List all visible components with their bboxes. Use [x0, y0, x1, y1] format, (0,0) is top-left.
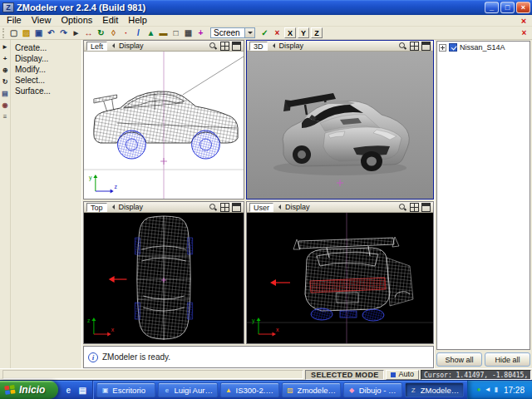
zoom-view-icon[interactable]: ⊕ [0, 65, 10, 75]
taskbar-task-button[interactable]: ▣ Escritorio [96, 382, 155, 397]
taskbar-task-button[interactable]: ▨ Zmodeler-2.2... [282, 382, 341, 397]
viewport-user[interactable]: User Display [246, 201, 434, 344]
command-modify[interactable]: Modify... [11, 64, 81, 75]
viewport-menu-arrow-icon[interactable] [110, 43, 115, 48]
titlebar[interactable]: Z ZModeler ver 2.2.4 (Build 981) _ □ × [0, 0, 532, 15]
apply-icon[interactable]: ✓ [259, 27, 271, 39]
viewport-user-name-button[interactable]: User [249, 203, 273, 212]
zoom-icon[interactable] [209, 203, 218, 212]
viewport-maximize-icon[interactable] [232, 42, 241, 51]
layers-icon[interactable]: ▤ [0, 88, 10, 98]
grid-toggle-icon[interactable] [220, 42, 229, 51]
zmodeler-window: Z ZModeler ver 2.2.4 (Build 981) _ □ × F… [0, 0, 532, 399]
grid-toggle-icon[interactable] [410, 203, 419, 212]
polygons-mode-icon[interactable]: ▬ [157, 27, 170, 39]
taskbar-task-button[interactable]: ◆ Dibujo - Paint [343, 382, 402, 397]
volume-tray-icon[interactable]: ◄ [485, 387, 491, 393]
network-tray-icon[interactable]: ▮ [495, 387, 498, 393]
taskbar-task-button[interactable]: Z ZModeler ver ... [405, 382, 464, 397]
settings-icon[interactable]: ≡ [0, 111, 10, 121]
viewport-menu-arrow-icon[interactable] [110, 204, 115, 209]
menubar-close-icon[interactable]: × [517, 16, 530, 26]
viewport-maximize-icon[interactable] [421, 203, 431, 212]
screen-dropdown[interactable]: Screen [210, 27, 255, 38]
edges-mode-icon[interactable]: / [132, 27, 145, 39]
viewport-left-canvas[interactable]: y z [84, 52, 244, 199]
expand-icon[interactable] [439, 44, 446, 52]
zoom-icon[interactable] [209, 42, 218, 51]
show-desktop-icon[interactable]: ▤ [76, 384, 88, 396]
grid-toggle-icon[interactable]: ▦ [182, 27, 195, 39]
viewport-maximize-icon[interactable] [421, 42, 431, 51]
viewport-3d-name-button[interactable]: 3D [249, 42, 268, 51]
save-file-icon[interactable]: ▣ [32, 27, 45, 39]
grid-toggle-icon[interactable] [410, 42, 419, 51]
tree-item[interactable]: Nissan_S14A [437, 42, 530, 53]
viewport-menu-arrow-icon[interactable] [276, 204, 281, 209]
objects-mode-icon[interactable]: □ [170, 27, 182, 39]
viewport-3d[interactable]: 3D Display [246, 40, 434, 200]
viewport-menu-arrow-icon[interactable] [270, 43, 275, 48]
command-display[interactable]: Display... [11, 53, 81, 64]
select-arrow-icon[interactable]: ► [0, 42, 10, 52]
toolbar-grip[interactable] [2, 28, 5, 38]
viewport-left-name-button[interactable]: Left [86, 42, 107, 51]
visibility-checkbox[interactable] [449, 43, 457, 52]
auto-toggle[interactable]: Auto [386, 370, 419, 380]
move-tool-icon[interactable]: ↔ [82, 27, 95, 39]
messenger-tray-icon[interactable]: ● [477, 387, 481, 393]
internet-explorer-icon[interactable]: e [62, 384, 74, 396]
y-axis-toggle[interactable]: Y [298, 27, 309, 38]
open-file-icon[interactable]: ▨ [20, 27, 32, 39]
viewport-top-name-button[interactable]: Top [86, 203, 107, 212]
axis-up-label: y [252, 318, 255, 324]
chevron-down-icon[interactable] [244, 28, 254, 37]
gizmo-toggle-icon[interactable]: + [195, 27, 207, 39]
materials-icon[interactable]: ◉ [0, 100, 10, 110]
vertices-mode-icon[interactable]: ∙ [120, 27, 132, 39]
scale-tool-icon[interactable]: ◊ [107, 27, 120, 39]
command-create[interactable]: Create... [11, 42, 81, 53]
rotate-view-icon[interactable]: ↻ [0, 76, 10, 86]
start-button[interactable]: Inicio [0, 381, 58, 399]
menu-help[interactable]: Help [123, 15, 152, 26]
minimize-button[interactable]: _ [485, 2, 499, 13]
z-axis-toggle[interactable]: Z [311, 27, 323, 38]
viewport-3d-display-dropdown[interactable]: Display [278, 42, 306, 50]
new-file-icon[interactable]: ▢ [7, 27, 20, 39]
redo-icon[interactable]: ↷ [57, 27, 70, 39]
x-axis-toggle[interactable]: X [284, 27, 296, 38]
taskbar-task-button[interactable]: ▲ IS300-2.max ... [220, 382, 279, 397]
command-select[interactable]: Select... [11, 75, 81, 86]
taskbar-task-button[interactable]: e Luigi Auriemm... [158, 382, 217, 397]
taskbar-tasks: ▣ Escritorio e Luigi Auriemm... ▲ IS300-… [93, 381, 466, 399]
viewport-user-canvas[interactable]: y x [247, 213, 433, 343]
discard-icon[interactable]: × [271, 27, 283, 39]
menu-view[interactable]: View [27, 15, 57, 26]
menu-edit[interactable]: Edit [97, 15, 123, 26]
zoom-icon[interactable] [398, 42, 407, 51]
select-tool-icon[interactable]: ► [70, 27, 82, 39]
viewport-top-display-dropdown[interactable]: Display [117, 203, 145, 211]
maximize-button[interactable]: □ [500, 2, 515, 13]
rotate-tool-icon[interactable]: ↻ [95, 27, 107, 39]
viewport-left[interactable]: Left Display [83, 40, 244, 200]
viewport-top[interactable]: Top Display [83, 201, 244, 344]
viewport-3d-canvas[interactable] [247, 52, 433, 199]
zoom-icon[interactable] [398, 203, 407, 212]
command-surface[interactable]: Surface... [11, 86, 81, 96]
viewport-top-canvas[interactable]: z x [84, 213, 244, 343]
show-all-button[interactable]: Show all [436, 352, 482, 367]
viewport-left-display-dropdown[interactable]: Display [117, 42, 145, 50]
faces-mode-icon[interactable]: ▲ [145, 27, 157, 39]
menu-options[interactable]: Options [56, 15, 97, 26]
undo-icon[interactable]: ↶ [45, 27, 57, 39]
close-button[interactable]: × [516, 2, 530, 13]
grid-toggle-icon[interactable] [220, 203, 229, 212]
delete-icon[interactable]: × [518, 27, 530, 39]
menu-file[interactable]: File [2, 15, 27, 26]
viewport-user-display-dropdown[interactable]: Display [283, 203, 312, 211]
hide-all-button[interactable]: Hide all [485, 352, 530, 367]
viewport-maximize-icon[interactable] [232, 203, 241, 212]
pan-view-icon[interactable]: + [0, 53, 10, 63]
